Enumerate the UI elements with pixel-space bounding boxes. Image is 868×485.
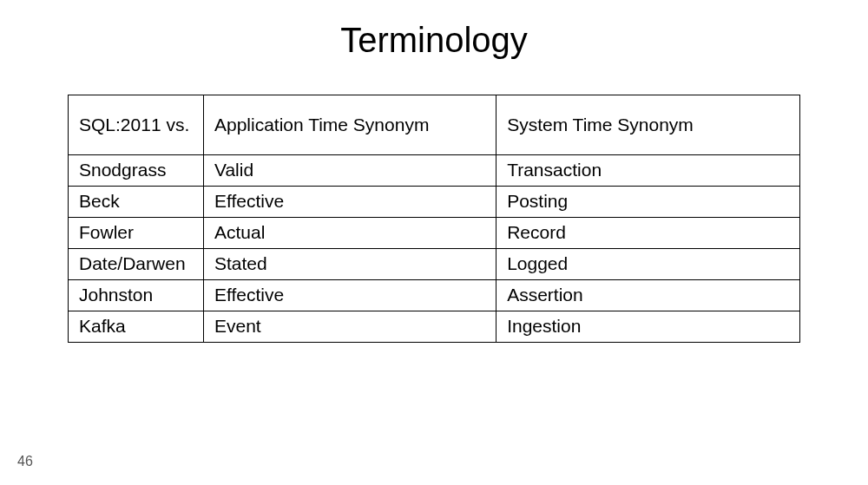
cell-source: Date/Darwen <box>69 249 204 280</box>
header-system-time: System Time Synonym <box>496 95 800 155</box>
table-row: Date/Darwen Stated Logged <box>69 249 800 280</box>
cell-source: Snodgrass <box>69 155 204 187</box>
slide-title: Terminology <box>0 0 868 95</box>
table-row: Johnston Effective Assertion <box>69 280 800 311</box>
cell-source: Johnston <box>69 280 204 311</box>
table-row: Beck Effective Posting <box>69 187 800 218</box>
cell-source: Fowler <box>69 218 204 249</box>
table-header-row: SQL:2011 vs. Application Time Synonym Sy… <box>69 95 800 155</box>
cell-sys-time: Logged <box>496 249 800 280</box>
cell-app-time: Effective <box>203 280 496 311</box>
cell-sys-time: Record <box>496 218 800 249</box>
cell-sys-time: Ingestion <box>496 311 800 343</box>
header-application-time: Application Time Synonym <box>203 95 496 155</box>
table-row: Kafka Event Ingestion <box>69 311 800 343</box>
page-number: 46 <box>17 454 33 469</box>
cell-app-time: Stated <box>203 249 496 280</box>
terminology-table: SQL:2011 vs. Application Time Synonym Sy… <box>68 95 800 343</box>
table-row: Fowler Actual Record <box>69 218 800 249</box>
cell-app-time: Valid <box>203 155 496 187</box>
cell-app-time: Effective <box>203 187 496 218</box>
cell-sys-time: Transaction <box>496 155 800 187</box>
cell-source: Kafka <box>69 311 204 343</box>
cell-sys-time: Assertion <box>496 280 800 311</box>
cell-sys-time: Posting <box>496 187 800 218</box>
header-source: SQL:2011 vs. <box>69 95 204 155</box>
cell-app-time: Actual <box>203 218 496 249</box>
terminology-table-container: SQL:2011 vs. Application Time Synonym Sy… <box>0 95 868 343</box>
cell-source: Beck <box>69 187 204 218</box>
cell-app-time: Event <box>203 311 496 343</box>
table-row: Snodgrass Valid Transaction <box>69 155 800 187</box>
